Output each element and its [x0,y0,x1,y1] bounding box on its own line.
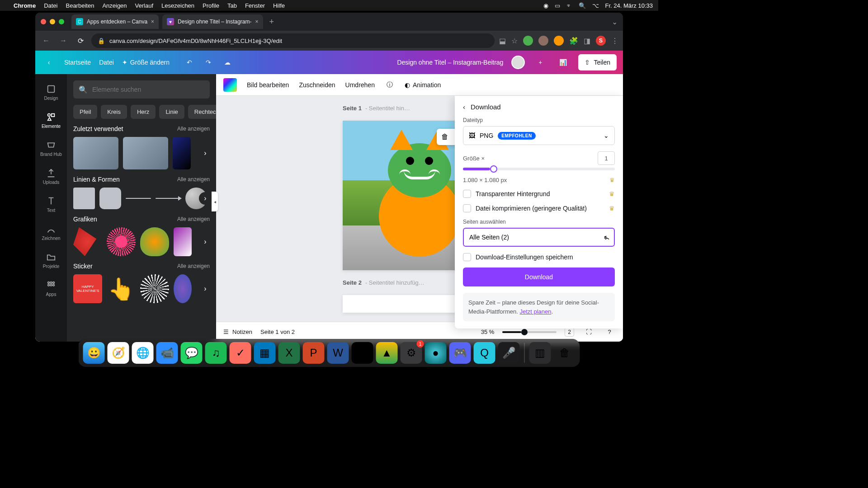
dock-imovie[interactable]: ★ [352,342,373,364]
popover-back-icon[interactable]: ‹ [463,103,465,111]
filetype-select[interactable]: 🖼 PNG EMPFOHLEN ⌄ [463,126,615,145]
see-all-lines[interactable]: Alle anzeigen [177,176,210,183]
dock-word[interactable]: W [327,342,349,364]
size-multiplier-input[interactable]: 1 [598,151,615,165]
clock[interactable]: Fr. 24. März 10:33 [605,2,653,9]
search-icon[interactable]: 🔍 [579,2,586,9]
page-1-title[interactable]: - Seitentitel hin… [365,105,410,112]
home-link[interactable]: Startseite [64,59,91,66]
redo-button[interactable]: ↷ [201,55,216,70]
user-avatar[interactable] [511,56,525,69]
dock-powerpoint[interactable]: P [303,342,325,364]
nav-reload[interactable]: ⟳ [74,34,87,47]
sticker-3[interactable] [140,274,169,303]
search-input[interactable] [92,86,204,93]
dock-siri[interactable]: ● [425,342,447,364]
lines-next-icon[interactable]: › [199,192,212,205]
chip-herz[interactable]: Herz [131,105,156,119]
shape-line[interactable] [126,198,151,199]
tab-2[interactable]: ♥ Design ohne Titel – Instagram- × [162,14,263,29]
animation-button[interactable]: ◐ Animation [405,81,441,89]
sticker-4[interactable] [174,274,192,303]
menu-profile[interactable]: Profile [203,2,219,9]
menu-anzeigen[interactable]: Anzeigen [102,2,127,9]
dock-trello[interactable]: ▦ [254,342,276,364]
tabs-dropdown-icon[interactable]: ⌄ [612,18,618,26]
share-button[interactable]: ⇧ Teilen [578,54,617,70]
recent-next-icon[interactable]: › [199,147,212,160]
recent-thumb-2[interactable] [123,137,168,169]
close-window[interactable] [41,19,46,24]
crop-button[interactable]: Zuschneiden [299,81,335,89]
edit-image-button[interactable]: Bild bearbeiten [247,81,289,89]
dock-recent[interactable]: ▥ [529,342,551,364]
profile-avatar[interactable]: S [596,36,606,46]
graphic-3[interactable] [140,227,169,256]
menu-lesezeichen[interactable]: Lesezeichen [161,2,194,9]
color-swatch[interactable] [223,78,237,92]
extension-1[interactable] [523,36,533,46]
maximize-window[interactable] [59,19,64,24]
pro-crown-icon[interactable]: ♛ [609,177,615,183]
see-all-sticker[interactable]: Alle anzeigen [177,263,210,269]
rail-projects[interactable]: Projekte [35,247,67,274]
dock-excel[interactable]: X [278,342,300,364]
save-settings-checkbox[interactable] [463,253,471,261]
menu-tab[interactable]: Tab [227,2,237,9]
dock-settings[interactable]: ⚙1 [401,342,422,364]
tab-1-close-icon[interactable]: × [151,19,154,25]
slider-thumb[interactable] [490,165,497,173]
info-icon[interactable]: ⓘ [385,80,395,90]
zoom-thumb[interactable] [521,329,528,335]
screen-record-icon[interactable]: ◉ [543,2,548,9]
menu-verlauf[interactable]: Verlauf [135,2,153,9]
nav-back[interactable]: ← [40,34,52,47]
schedule-link[interactable]: Jetzt planen [519,308,551,315]
install-app-icon[interactable]: ⬓ [499,37,506,45]
delete-element-icon[interactable]: 🗑 [437,129,453,145]
notes-button[interactable]: ☰ Notizen [223,328,252,335]
resize-menu[interactable]: ✦ Größe ändern [122,59,170,66]
pages-select[interactable]: Alle Seiten (2) ⌄ [463,228,615,247]
minimize-window[interactable] [50,19,55,24]
menu-datei[interactable]: Datei [44,2,57,9]
zoom-value[interactable]: 35 % [481,328,495,335]
dock-trash[interactable]: 🗑 [554,342,576,364]
see-all-graphics[interactable]: Alle anzeigen [177,216,210,222]
menu-hilfe[interactable]: Hilfe [273,2,285,9]
file-menu[interactable]: Datei [99,59,114,66]
dock-discord[interactable]: 🎮 [449,342,471,364]
page-2-title[interactable]: - Seitentitel hinzufüg… [365,279,425,286]
chrome-menu-icon[interactable]: ⋮ [611,37,618,45]
pro-crown-icon[interactable]: ♛ [609,205,615,212]
download-button[interactable]: Download [463,267,615,286]
chip-linie[interactable]: Linie [159,105,184,119]
shape-square[interactable] [73,188,95,209]
document-name[interactable]: Design ohne Titel – Instagram-Beitrag [397,59,503,66]
elements-search[interactable]: 🔍 [73,80,210,99]
new-tab-button[interactable]: + [267,17,277,27]
rail-elements[interactable]: Elemente [35,107,67,134]
extension-2[interactable] [538,36,548,46]
rail-text[interactable]: Text [35,191,67,218]
graphic-1[interactable] [73,227,102,256]
pro-crown-icon[interactable]: ♛ [609,190,615,197]
chip-kreis[interactable]: Kreis [101,105,127,119]
sticker-next-icon[interactable]: › [199,282,212,295]
dock-safari[interactable]: 🧭 [108,342,129,364]
dock-todoist[interactable]: ✓ [230,342,251,364]
insights-icon[interactable]: 📊 [556,55,570,70]
rail-uploads[interactable]: Uploads [35,163,67,190]
rail-design[interactable]: Design [35,79,67,106]
extension-3[interactable] [554,36,564,46]
battery-icon[interactable]: ▭ [555,2,560,9]
zoom-slider[interactable] [502,331,557,333]
menu-bearbeiten[interactable]: Bearbeiten [66,2,94,9]
add-member-icon[interactable]: + [533,55,547,70]
app-name[interactable]: Chrome [14,2,36,9]
wifi-icon[interactable]: ᯤ [566,2,572,9]
transparent-bg-checkbox[interactable] [463,190,471,198]
address-bar[interactable]: 🔒 canva.com/design/DAFeGfv4mD0/8wNhH46Fi… [91,33,495,48]
graphic-4[interactable] [174,227,192,256]
dock-drive[interactable]: ▲ [376,342,398,364]
